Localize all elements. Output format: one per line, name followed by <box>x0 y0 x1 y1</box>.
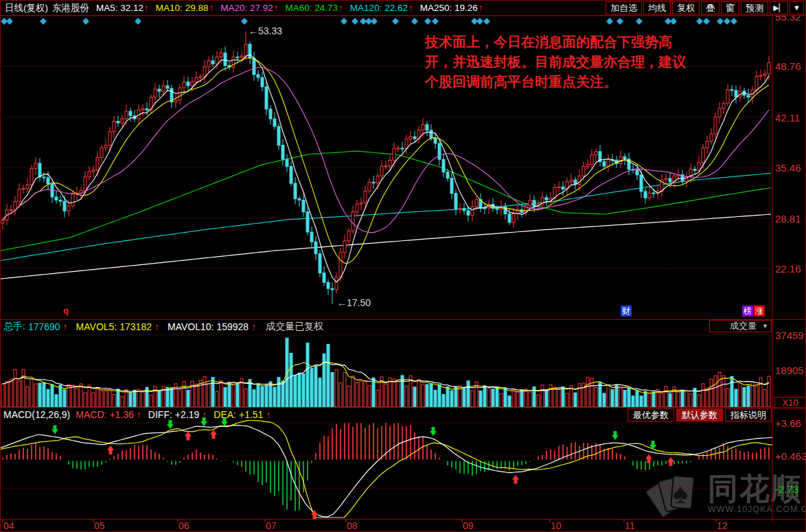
month-label: 11 <box>625 520 635 531</box>
month-label: 09 <box>463 520 474 531</box>
month-label: 05 <box>94 520 105 531</box>
price-axis-label: 28.81 <box>775 213 801 224</box>
indicator-help-button[interactable]: 指标说明 <box>725 408 772 421</box>
forecast-button[interactable]: 预测 <box>741 1 768 14</box>
up-arrow-icon: ↑ <box>251 321 256 332</box>
macd-value: +1.36 <box>109 409 133 420</box>
price-axis-label: 48.76 <box>775 60 801 72</box>
window-button[interactable]: 窗 <box>721 1 739 14</box>
mavol10-label: MAVOL10: <box>168 321 214 332</box>
default-params-button[interactable]: 默认参数 <box>676 408 723 421</box>
peak-price-label: ←53.33 <box>249 25 282 36</box>
left-arrow-icon: ← <box>337 297 347 308</box>
jump-to-latest-icon[interactable]: ▶▏ <box>770 1 788 14</box>
price-axis-label: 42.11 <box>775 112 800 124</box>
panel-separator <box>1 519 806 520</box>
ma10-readout: MA10: 29.88↑ <box>156 3 214 13</box>
month-label: 08 <box>347 520 358 531</box>
macd-header: MACD(12,26,9) MACD: +1.36 ↑ DIFF: +2.19 … <box>1 408 625 421</box>
mavol10-value: 159928 <box>216 321 249 332</box>
volume-axis-label: 18905 <box>775 365 804 376</box>
macd-axis-label: -2.73 <box>775 483 798 495</box>
left-arrow-icon: ← <box>249 25 258 36</box>
up-arrow-icon: ↑ <box>202 409 207 420</box>
up-arrow-icon: ↑ <box>266 409 270 420</box>
mavol5-value: 173182 <box>119 321 152 332</box>
optimal-params-button[interactable]: 最优参数 <box>627 408 674 421</box>
ma60-readout: MA60: 24.73↑ <box>286 3 343 13</box>
volume-total-label: 总手: <box>3 321 25 333</box>
up-arrow-icon: ↑ <box>209 3 214 13</box>
month-label: 04 <box>3 520 14 531</box>
month-label: 07 <box>266 520 277 531</box>
add-watchlist-button[interactable]: 加自选 <box>606 1 642 14</box>
price-axis-label: 22.16 <box>775 263 801 275</box>
macd-layer <box>1 420 772 518</box>
chevron-down-icon: ▼ <box>762 323 768 329</box>
up-arrow-icon: ↑ <box>137 409 141 420</box>
month-label: 12 <box>717 520 728 531</box>
up-arrow-icon: ↑ <box>144 3 149 13</box>
price-axis-label: 35.46 <box>775 162 801 174</box>
ma20-readout: MA20: 27.92↑ <box>220 3 278 13</box>
period-label[interactable]: 日线(复权) <box>5 2 48 14</box>
volume-total-value: 177690 <box>28 321 60 332</box>
macd-axis-label: +3.66 <box>775 417 801 429</box>
ma-lines-button[interactable]: 均线 <box>643 1 671 14</box>
dea-label: DEA: <box>214 409 236 420</box>
volume-indicator-select[interactable]: 成交量 ▼ <box>709 320 772 332</box>
top-toolbar: 日线(复权) 东港股份 MA5: 32.12↑ MA10: 29.88↑ MA2… <box>1 1 806 16</box>
rank-badge[interactable]: 榜 <box>742 305 753 316</box>
volume-unit-label: X10 <box>774 397 806 409</box>
macd-axis-label: +0.463 <box>775 450 806 462</box>
exright-marker[interactable]: q <box>63 305 69 316</box>
finance-badge[interactable]: 财 <box>621 305 632 316</box>
macd-title: MACD(12,26,9) <box>3 409 70 420</box>
volume-adjusted-note: 成交量已复权 <box>266 321 323 333</box>
up-arrow-icon: ↑ <box>338 3 343 13</box>
macd-signal-arrows <box>51 417 674 519</box>
macd-label: MACD: <box>76 409 106 420</box>
stock-name[interactable]: 东港股份 <box>52 2 89 14</box>
month-label: 10 <box>551 520 562 531</box>
up-arrow-icon: ↑ <box>154 321 159 332</box>
event-markers[interactable] <box>1 18 737 25</box>
overlay-button[interactable]: 叠 <box>701 1 719 14</box>
analysis-annotation: 技术面上，今日在消息面的配合下强势高开，并迅速封板。目前成交量亦合理，建议个股回… <box>425 32 689 92</box>
volume-header: 总手: 177690 ↑ MAVOL5: 173182 ↑ MAVOL10: 1… <box>1 319 772 334</box>
volume-axis-label: 37459 <box>775 329 804 341</box>
dea-value: +1.51 <box>239 409 263 420</box>
ma5-readout: MA5: 32.12↑ <box>96 3 149 13</box>
ma120-readout: MA120: 22.62↑ <box>350 3 413 13</box>
stock-chart-app: 日线(复权) 东港股份 MA5: 32.12↑ MA10: 29.88↑ MA2… <box>0 0 806 532</box>
up-arrow-icon: ↑ <box>408 3 413 13</box>
mavol5-label: MAVOL5: <box>76 321 117 332</box>
ma250-readout: MA250: 19.26↑ <box>420 3 483 13</box>
diff-label: DIFF: <box>148 409 172 420</box>
up-arrow-icon: ↑ <box>479 3 483 13</box>
rise-badge[interactable]: 涨 <box>754 305 765 316</box>
volume-layer <box>1 338 770 407</box>
toolbar-buttons: 加自选 均线 复权 叠 窗 预测 ▶▏ ▼ <box>604 1 804 14</box>
up-arrow-icon: ↑ <box>63 321 68 332</box>
adjust-price-button[interactable]: 复权 <box>672 1 700 14</box>
ma-overlay-lines <box>1 151 771 279</box>
toolbar-dropdown-icon[interactable]: ▼ <box>790 1 804 14</box>
up-arrow-icon: ↑ <box>274 3 279 13</box>
trough-price-label: ←17.50 <box>337 297 371 308</box>
diff-value: +2.19 <box>175 409 199 420</box>
month-label: 06 <box>179 520 189 531</box>
